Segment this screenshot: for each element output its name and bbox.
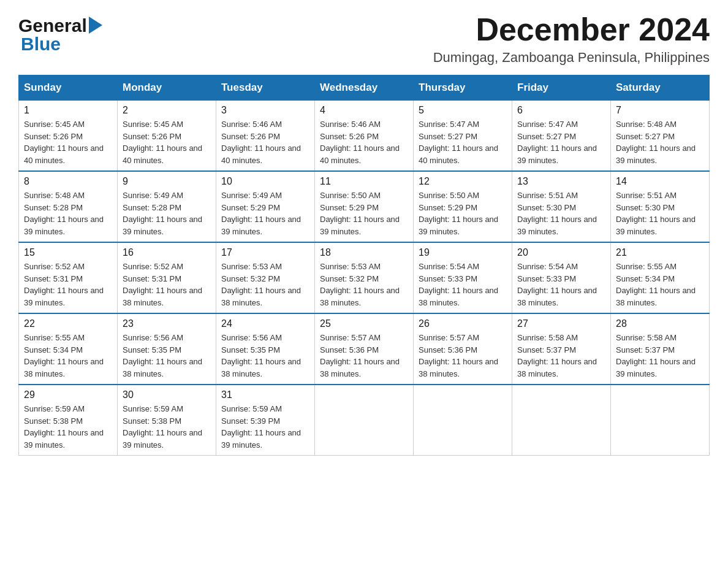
day-number: 5 [419,105,507,116]
day-info: Sunrise: 5:55 AMSunset: 5:34 PMDaylight:… [24,332,112,380]
day-number: 18 [320,247,408,258]
title-block: December 2024 Dumingag, Zamboanga Penins… [433,12,710,66]
logo-blue-text: Blue [21,34,61,55]
col-tuesday: Tuesday [216,75,315,101]
table-row: 5Sunrise: 5:47 AMSunset: 5:27 PMDaylight… [414,101,512,172]
table-row: 25Sunrise: 5:57 AMSunset: 5:36 PMDayligh… [315,313,414,385]
day-number: 2 [123,105,211,116]
day-info: Sunrise: 5:59 AMSunset: 5:39 PMDaylight:… [221,403,309,451]
day-info: Sunrise: 5:47 AMSunset: 5:27 PMDaylight:… [419,118,507,166]
table-row: 16Sunrise: 5:52 AMSunset: 5:31 PMDayligh… [118,242,216,313]
table-row [414,385,512,456]
day-number: 31 [221,389,309,400]
day-info: Sunrise: 5:48 AMSunset: 5:27 PMDaylight:… [616,118,704,166]
logo: General Blue [18,12,102,55]
day-number: 9 [123,176,211,187]
day-info: Sunrise: 5:49 AMSunset: 5:29 PMDaylight:… [221,190,309,237]
table-row: 22Sunrise: 5:55 AMSunset: 5:34 PMDayligh… [19,313,118,385]
table-row: 21Sunrise: 5:55 AMSunset: 5:34 PMDayligh… [611,242,710,313]
col-thursday: Thursday [414,75,512,101]
day-info: Sunrise: 5:54 AMSunset: 5:33 PMDaylight:… [517,261,605,308]
day-info: Sunrise: 5:49 AMSunset: 5:28 PMDaylight:… [123,190,211,237]
day-number: 16 [123,247,211,258]
table-row: 19Sunrise: 5:54 AMSunset: 5:33 PMDayligh… [414,242,512,313]
day-info: Sunrise: 5:48 AMSunset: 5:28 PMDaylight:… [24,190,112,237]
table-row: 10Sunrise: 5:49 AMSunset: 5:29 PMDayligh… [216,171,315,242]
col-friday: Friday [512,75,611,101]
day-info: Sunrise: 5:46 AMSunset: 5:26 PMDaylight:… [221,118,309,166]
table-row: 1Sunrise: 5:45 AMSunset: 5:26 PMDaylight… [19,101,118,172]
day-info: Sunrise: 5:54 AMSunset: 5:33 PMDaylight:… [419,261,507,308]
table-row: 27Sunrise: 5:58 AMSunset: 5:37 PMDayligh… [512,313,611,385]
table-row: 12Sunrise: 5:50 AMSunset: 5:29 PMDayligh… [414,171,512,242]
day-number: 3 [221,105,309,116]
day-number: 29 [24,389,112,400]
day-number: 10 [221,176,309,187]
col-monday: Monday [118,75,216,101]
day-number: 7 [616,105,704,116]
calendar-subtitle: Dumingag, Zamboanga Peninsula, Philippin… [433,50,710,66]
day-number: 12 [419,176,507,187]
table-row: 13Sunrise: 5:51 AMSunset: 5:30 PMDayligh… [512,171,611,242]
day-info: Sunrise: 5:51 AMSunset: 5:30 PMDaylight:… [616,190,704,237]
day-info: Sunrise: 5:53 AMSunset: 5:32 PMDaylight:… [221,261,309,308]
calendar-week-row: 8Sunrise: 5:48 AMSunset: 5:28 PMDaylight… [19,171,710,242]
day-number: 19 [419,247,507,258]
day-number: 8 [24,176,112,187]
col-sunday: Sunday [19,75,118,101]
table-row: 6Sunrise: 5:47 AMSunset: 5:27 PMDaylight… [512,101,611,172]
day-info: Sunrise: 5:57 AMSunset: 5:36 PMDaylight:… [320,332,408,380]
table-row: 11Sunrise: 5:50 AMSunset: 5:29 PMDayligh… [315,171,414,242]
day-info: Sunrise: 5:45 AMSunset: 5:26 PMDaylight:… [24,118,112,166]
table-row [611,385,710,456]
day-number: 27 [517,318,605,329]
day-info: Sunrise: 5:52 AMSunset: 5:31 PMDaylight:… [24,261,112,308]
day-info: Sunrise: 5:59 AMSunset: 5:38 PMDaylight:… [24,403,112,451]
table-row: 23Sunrise: 5:56 AMSunset: 5:35 PMDayligh… [118,313,216,385]
table-row: 29Sunrise: 5:59 AMSunset: 5:38 PMDayligh… [19,385,118,456]
table-row: 17Sunrise: 5:53 AMSunset: 5:32 PMDayligh… [216,242,315,313]
table-row: 24Sunrise: 5:56 AMSunset: 5:35 PMDayligh… [216,313,315,385]
day-info: Sunrise: 5:45 AMSunset: 5:26 PMDaylight:… [123,118,211,166]
table-row: 20Sunrise: 5:54 AMSunset: 5:33 PMDayligh… [512,242,611,313]
table-row: 28Sunrise: 5:58 AMSunset: 5:37 PMDayligh… [611,313,710,385]
day-info: Sunrise: 5:47 AMSunset: 5:27 PMDaylight:… [517,118,605,166]
table-row: 31Sunrise: 5:59 AMSunset: 5:39 PMDayligh… [216,385,315,456]
day-number: 20 [517,247,605,258]
table-row: 3Sunrise: 5:46 AMSunset: 5:26 PMDaylight… [216,101,315,172]
day-info: Sunrise: 5:52 AMSunset: 5:31 PMDaylight:… [123,261,211,308]
day-number: 23 [123,318,211,329]
table-row: 9Sunrise: 5:49 AMSunset: 5:28 PMDaylight… [118,171,216,242]
table-row: 14Sunrise: 5:51 AMSunset: 5:30 PMDayligh… [611,171,710,242]
table-row: 26Sunrise: 5:57 AMSunset: 5:36 PMDayligh… [414,313,512,385]
day-info: Sunrise: 5:59 AMSunset: 5:38 PMDaylight:… [123,403,211,451]
day-number: 24 [221,318,309,329]
day-number: 25 [320,318,408,329]
calendar-week-row: 22Sunrise: 5:55 AMSunset: 5:34 PMDayligh… [19,313,710,385]
logo-general-text: General [18,15,87,36]
table-row: 2Sunrise: 5:45 AMSunset: 5:26 PMDaylight… [118,101,216,172]
day-number: 11 [320,176,408,187]
calendar-title: December 2024 [433,12,710,47]
day-info: Sunrise: 5:46 AMSunset: 5:26 PMDaylight:… [320,118,408,166]
svg-marker-0 [89,17,102,34]
day-number: 26 [419,318,507,329]
day-number: 21 [616,247,704,258]
day-info: Sunrise: 5:53 AMSunset: 5:32 PMDaylight:… [320,261,408,308]
day-info: Sunrise: 5:51 AMSunset: 5:30 PMDaylight:… [517,190,605,237]
day-number: 6 [517,105,605,116]
calendar-table: Sunday Monday Tuesday Wednesday Thursday… [18,75,710,456]
day-info: Sunrise: 5:50 AMSunset: 5:29 PMDaylight:… [419,190,507,237]
day-number: 1 [24,105,112,116]
logo-arrow-icon [89,17,102,36]
day-info: Sunrise: 5:58 AMSunset: 5:37 PMDaylight:… [517,332,605,380]
table-row: 8Sunrise: 5:48 AMSunset: 5:28 PMDaylight… [19,171,118,242]
day-info: Sunrise: 5:56 AMSunset: 5:35 PMDaylight:… [123,332,211,380]
day-info: Sunrise: 5:58 AMSunset: 5:37 PMDaylight:… [616,332,704,380]
table-row: 4Sunrise: 5:46 AMSunset: 5:26 PMDaylight… [315,101,414,172]
table-row: 18Sunrise: 5:53 AMSunset: 5:32 PMDayligh… [315,242,414,313]
calendar-week-row: 1Sunrise: 5:45 AMSunset: 5:26 PMDaylight… [19,101,710,172]
day-number: 15 [24,247,112,258]
table-row: 15Sunrise: 5:52 AMSunset: 5:31 PMDayligh… [19,242,118,313]
table-row: 7Sunrise: 5:48 AMSunset: 5:27 PMDaylight… [611,101,710,172]
